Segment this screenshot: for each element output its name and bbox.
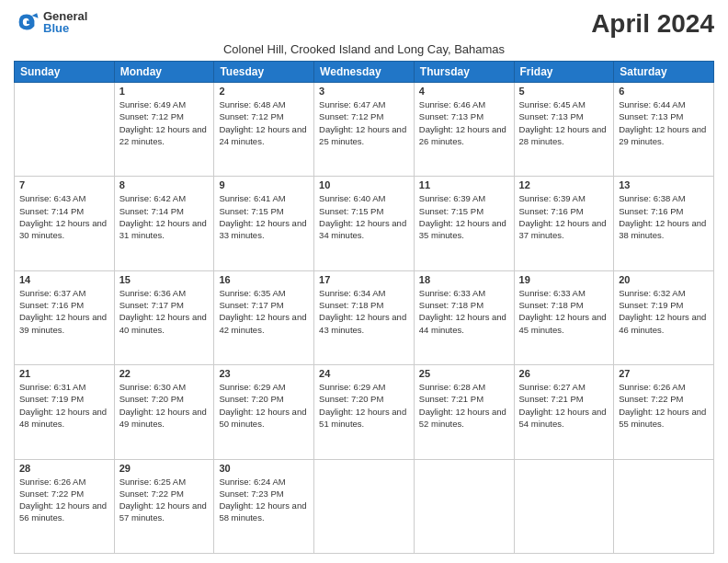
subtitle: Colonel Hill, Crooked Island and Long Ca… [14,42,714,56]
sunset-label: Sunset: 7:16 PM [19,300,84,310]
day-info: Sunrise: 6:41 AM Sunset: 7:15 PM Dayligh… [219,192,309,241]
calendar-cell: 10 Sunrise: 6:40 AM Sunset: 7:15 PM Dayl… [314,177,415,270]
sunset-label: Sunset: 7:14 PM [19,206,84,216]
logo-icon [14,9,40,35]
day-number: 18 [419,274,509,285]
sunrise-label: Sunrise: 6:40 AM [319,193,385,203]
calendar-cell: 15 Sunrise: 6:36 AM Sunset: 7:17 PM Dayl… [114,270,214,364]
sunset-label: Sunset: 7:13 PM [619,111,683,121]
day-number: 23 [219,368,309,379]
daylight-label: Daylight: 12 hours and 56 minutes. [19,500,107,523]
sunset-label: Sunset: 7:15 PM [219,206,283,216]
day-info: Sunrise: 6:48 AM Sunset: 7:12 PM Dayligh… [219,98,309,147]
header-row: Sunday Monday Tuesday Wednesday Thursday… [15,62,714,83]
sunrise-label: Sunrise: 6:34 AM [319,288,385,298]
sunrise-label: Sunrise: 6:32 AM [619,288,685,298]
day-number: 21 [19,368,109,379]
col-friday: Friday [514,62,614,83]
sunrise-label: Sunrise: 6:35 AM [219,288,285,298]
day-info: Sunrise: 6:30 AM Sunset: 7:20 PM Dayligh… [119,381,210,430]
sunrise-label: Sunrise: 6:28 AM [419,382,485,392]
sunset-label: Sunset: 7:18 PM [319,300,383,310]
week-row-3: 21 Sunrise: 6:31 AM Sunset: 7:19 PM Dayl… [15,365,714,459]
sunrise-label: Sunrise: 6:26 AM [619,382,685,392]
calendar-cell: 12 Sunrise: 6:39 AM Sunset: 7:16 PM Dayl… [514,177,614,270]
day-info: Sunrise: 6:38 AM Sunset: 7:16 PM Dayligh… [619,192,709,241]
daylight-label: Daylight: 12 hours and 50 minutes. [219,407,306,429]
calendar-cell: 7 Sunrise: 6:43 AM Sunset: 7:14 PM Dayli… [15,177,115,270]
day-info: Sunrise: 6:39 AM Sunset: 7:16 PM Dayligh… [519,192,609,241]
sunrise-label: Sunrise: 6:38 AM [619,193,685,203]
sunset-label: Sunset: 7:22 PM [119,488,184,499]
calendar-cell: 1 Sunrise: 6:49 AM Sunset: 7:12 PM Dayli… [114,83,214,177]
calendar-cell: 8 Sunrise: 6:42 AM Sunset: 7:14 PM Dayli… [114,177,214,270]
sunrise-label: Sunrise: 6:27 AM [519,382,586,392]
day-info: Sunrise: 6:32 AM Sunset: 7:19 PM Dayligh… [619,287,709,336]
day-info: Sunrise: 6:36 AM Sunset: 7:17 PM Dayligh… [119,287,210,336]
day-number: 13 [619,179,709,190]
calendar-cell [614,459,714,553]
day-info: Sunrise: 6:37 AM Sunset: 7:16 PM Dayligh… [19,287,109,336]
sunset-label: Sunset: 7:22 PM [19,488,84,499]
day-info: Sunrise: 6:31 AM Sunset: 7:19 PM Dayligh… [19,381,109,430]
daylight-label: Daylight: 12 hours and 37 minutes. [519,218,607,240]
day-number: 16 [219,274,309,285]
sunrise-label: Sunrise: 6:33 AM [419,288,485,298]
daylight-label: Daylight: 12 hours and 40 minutes. [119,312,207,334]
sunrise-label: Sunrise: 6:24 AM [219,477,285,487]
calendar-cell: 20 Sunrise: 6:32 AM Sunset: 7:19 PM Dayl… [614,270,714,364]
day-info: Sunrise: 6:45 AM Sunset: 7:13 PM Dayligh… [519,98,609,147]
sunset-label: Sunset: 7:23 PM [219,488,283,499]
sunset-label: Sunset: 7:19 PM [19,394,84,404]
daylight-label: Daylight: 12 hours and 33 minutes. [219,218,306,240]
sunrise-label: Sunrise: 6:42 AM [119,193,186,203]
day-number: 1 [119,86,210,97]
sunset-label: Sunset: 7:17 PM [119,300,184,310]
calendar-cell: 27 Sunrise: 6:26 AM Sunset: 7:22 PM Dayl… [614,365,714,459]
calendar-cell: 5 Sunrise: 6:45 AM Sunset: 7:13 PM Dayli… [514,83,614,177]
calendar-cell: 11 Sunrise: 6:39 AM Sunset: 7:15 PM Dayl… [414,177,514,270]
day-number: 9 [219,179,309,190]
daylight-label: Daylight: 12 hours and 55 minutes. [619,407,706,429]
day-number: 25 [419,368,509,379]
month-title: April 2024 [591,9,714,39]
col-sunday: Sunday [15,62,115,83]
day-info: Sunrise: 6:47 AM Sunset: 7:12 PM Dayligh… [319,98,409,147]
calendar-cell: 24 Sunrise: 6:29 AM Sunset: 7:20 PM Dayl… [314,365,415,459]
day-number: 2 [219,86,309,97]
daylight-label: Daylight: 12 hours and 45 minutes. [519,312,607,334]
day-number: 29 [119,463,210,474]
calendar-cell: 17 Sunrise: 6:34 AM Sunset: 7:18 PM Dayl… [314,270,415,364]
calendar-cell: 2 Sunrise: 6:48 AM Sunset: 7:12 PM Dayli… [214,83,314,177]
day-number: 24 [319,368,409,379]
calendar-cell: 16 Sunrise: 6:35 AM Sunset: 7:17 PM Dayl… [214,270,314,364]
sunset-label: Sunset: 7:20 PM [319,394,383,404]
sunrise-label: Sunrise: 6:30 AM [119,382,186,392]
week-row-0: 1 Sunrise: 6:49 AM Sunset: 7:12 PM Dayli… [15,83,714,177]
daylight-label: Daylight: 12 hours and 39 minutes. [19,312,107,334]
sunrise-label: Sunrise: 6:25 AM [119,477,186,487]
day-number: 4 [419,86,509,97]
sunrise-label: Sunrise: 6:43 AM [19,193,85,203]
sunset-label: Sunset: 7:18 PM [419,300,483,310]
daylight-label: Daylight: 12 hours and 54 minutes. [519,407,607,429]
sunrise-label: Sunrise: 6:46 AM [419,99,485,109]
daylight-label: Daylight: 12 hours and 31 minutes. [119,218,207,240]
daylight-label: Daylight: 12 hours and 25 minutes. [319,124,406,146]
sunset-label: Sunset: 7:20 PM [219,394,283,404]
sunset-label: Sunset: 7:21 PM [519,394,584,404]
sunrise-label: Sunrise: 6:41 AM [219,193,285,203]
col-saturday: Saturday [614,62,714,83]
day-info: Sunrise: 6:26 AM Sunset: 7:22 PM Dayligh… [619,381,709,430]
day-info: Sunrise: 6:35 AM Sunset: 7:17 PM Dayligh… [219,287,309,336]
daylight-label: Daylight: 12 hours and 44 minutes. [419,312,506,334]
day-info: Sunrise: 6:26 AM Sunset: 7:22 PM Dayligh… [19,476,109,524]
col-thursday: Thursday [414,62,514,83]
day-info: Sunrise: 6:34 AM Sunset: 7:18 PM Dayligh… [319,287,409,336]
day-number: 8 [119,179,210,190]
sunset-label: Sunset: 7:22 PM [619,394,683,404]
logo-text: General Blue [43,10,87,34]
sunrise-label: Sunrise: 6:36 AM [119,288,186,298]
sunset-label: Sunset: 7:16 PM [519,206,584,216]
calendar-cell: 25 Sunrise: 6:28 AM Sunset: 7:21 PM Dayl… [414,365,514,459]
